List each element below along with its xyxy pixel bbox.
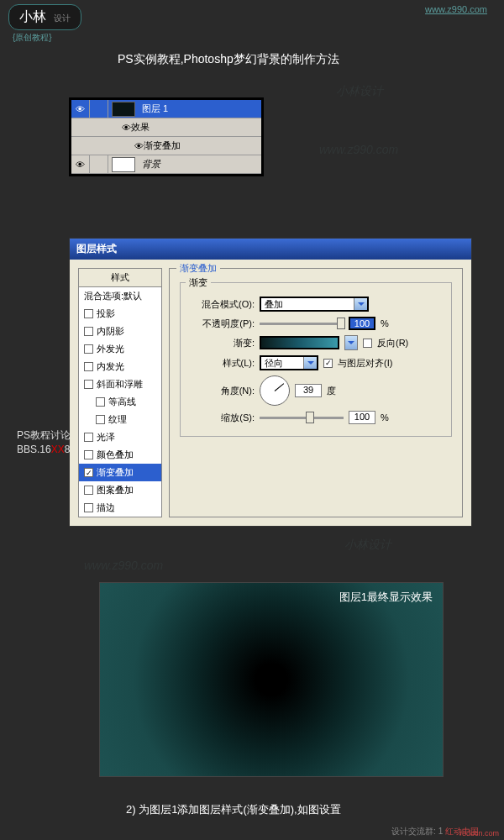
checkbox[interactable]: ✓: [84, 468, 93, 477]
align-checkbox[interactable]: ✓: [323, 359, 333, 368]
style-label: 描边: [97, 501, 115, 514]
reverse-checkbox[interactable]: [363, 339, 372, 348]
settings-panel: 渐变叠加 渐变 混合模式(O): 叠加 不透明度(P): 100 %: [169, 268, 463, 517]
angle-dial[interactable]: [260, 375, 290, 406]
gradient-label: 渐变:: [187, 337, 255, 349]
effects-label: 效果: [131, 121, 150, 134]
style-satin[interactable]: 光泽: [79, 428, 161, 446]
caption: 2) 为图层1添加图层样式(渐变叠加),如图设置: [126, 802, 341, 817]
style-inner-shadow[interactable]: 内阴影: [79, 323, 161, 340]
opacity-slider[interactable]: [260, 323, 344, 325]
style-label: 斜面和浮雕: [97, 378, 143, 391]
dialog-body: 样式 混合选项:默认 投影 内阴影 外发光 内发光 斜面和浮雕 等高线 纹理 光…: [70, 260, 471, 526]
align-label: 与图层对齐(I): [338, 357, 392, 370]
opacity-row: 不透明度(P): 100 %: [187, 317, 444, 330]
angle-row: 角度(N): 39 度: [187, 375, 444, 406]
style-label: 内阴影: [97, 325, 124, 338]
checkbox[interactable]: [84, 433, 93, 442]
style-label: 外发光: [97, 343, 124, 355]
style-combo[interactable]: 径向: [260, 355, 318, 370]
layer-row-layer1[interactable]: 👁 图层 1: [71, 100, 261, 118]
opacity-unit: %: [381, 318, 389, 328]
result-label: 图层1最终显示效果: [339, 590, 433, 605]
t: 8: [65, 444, 71, 455]
checkbox[interactable]: [84, 344, 93, 354]
blend-mode-combo[interactable]: 叠加: [260, 297, 369, 312]
layer-row-background[interactable]: 👁 背景: [71, 155, 261, 174]
t: BBS.16: [17, 444, 51, 455]
dialog-title: 图层样式: [70, 239, 471, 260]
combo-value: 叠加: [265, 298, 283, 311]
style-label: 渐变叠加: [97, 466, 134, 479]
checkbox[interactable]: [84, 327, 93, 336]
gradient-fieldset: 渐变 混合模式(O): 叠加 不透明度(P): 100 %: [180, 282, 452, 437]
logo-sub1: 设计: [54, 13, 71, 23]
logo-text: 小林: [19, 9, 46, 24]
section-title: 渐变叠加: [176, 262, 220, 275]
layer-style-dialog: 图层样式 样式 混合选项:默认 投影 内阴影 外发光 内发光 斜面和浮雕 等高线…: [69, 238, 472, 527]
layer-label: 背景: [139, 158, 160, 171]
style-color-overlay[interactable]: 颜色叠加: [79, 446, 161, 464]
slider-thumb[interactable]: [337, 318, 345, 329]
style-row: 样式(L): 径向 ✓ 与图层对齐(I): [187, 355, 444, 370]
checkbox[interactable]: [96, 397, 105, 407]
visibility-icon[interactable]: 👁: [71, 100, 90, 118]
style-label-text: 样式(L):: [187, 357, 255, 370]
blend-mode-row: 混合模式(O): 叠加: [187, 297, 444, 312]
layer-thumbnail[interactable]: [112, 102, 135, 117]
style-label: 颜色叠加: [97, 449, 134, 461]
style-label: 混合选项:默认: [84, 290, 142, 302]
checkbox[interactable]: [84, 450, 93, 459]
gradient-dropdown[interactable]: [344, 335, 358, 350]
style-inner-glow[interactable]: 内发光: [79, 358, 161, 375]
style-bevel[interactable]: 斜面和浮雕: [79, 375, 161, 393]
chevron-down-icon: [303, 357, 317, 369]
fieldset-title: 渐变: [186, 276, 211, 289]
url-link[interactable]: www.z990.com: [425, 4, 487, 14]
checkbox[interactable]: [84, 309, 93, 318]
result-preview: 图层1最终显示效果: [99, 582, 444, 777]
angle-input[interactable]: 39: [295, 384, 322, 397]
watermark: 小林设计: [336, 84, 383, 99]
style-gradient-overlay[interactable]: ✓渐变叠加: [79, 464, 161, 481]
effects-icon: 👁: [122, 123, 131, 133]
watermark: www.z990.com: [319, 143, 398, 156]
style-pattern-overlay[interactable]: 图案叠加: [79, 481, 161, 499]
checkbox[interactable]: [84, 380, 93, 389]
scale-input[interactable]: 100: [349, 411, 375, 424]
effect-icon: 👁: [134, 141, 144, 151]
slider-thumb[interactable]: [306, 412, 314, 423]
style-drop-shadow[interactable]: 投影: [79, 305, 161, 323]
layer-row-effects[interactable]: 👁 效果: [71, 118, 261, 137]
scale-unit: %: [381, 412, 389, 423]
angle-label: 角度(N):: [187, 385, 255, 397]
logo-main: 小林 设计: [8, 4, 81, 30]
checkbox[interactable]: [96, 415, 105, 424]
styles-header: 样式: [79, 269, 161, 287]
link-col[interactable]: [90, 155, 108, 173]
style-contour[interactable]: 等高线: [79, 393, 161, 411]
scale-slider[interactable]: [260, 417, 344, 419]
checkbox[interactable]: [84, 503, 93, 512]
opacity-label: 不透明度(P):: [187, 318, 255, 330]
checkbox[interactable]: [84, 486, 93, 495]
visibility-icon[interactable]: 👁: [71, 155, 90, 173]
layer-row-gradient-effect[interactable]: 👁 渐变叠加: [71, 137, 261, 155]
angle-unit: 度: [327, 385, 336, 397]
style-outer-glow[interactable]: 外发光: [79, 340, 161, 358]
logo-sub2: {原创教程}: [13, 32, 81, 44]
footer-logo: redocn.com: [459, 829, 499, 837]
reverse-label: 反向(R): [377, 337, 408, 349]
logo-area: 小林 设计 {原创教程}: [8, 4, 81, 44]
gradient-preview[interactable]: [260, 336, 339, 349]
t: XX: [51, 444, 65, 455]
style-blend-default[interactable]: 混合选项:默认: [79, 287, 161, 305]
opacity-input[interactable]: 100: [349, 317, 375, 330]
layer-label: 图层 1: [139, 102, 168, 115]
style-texture[interactable]: 纹理: [79, 411, 161, 428]
watermark: 小林设计: [344, 538, 391, 553]
style-stroke[interactable]: 描边: [79, 499, 161, 517]
link-col[interactable]: [90, 100, 108, 118]
checkbox[interactable]: [84, 362, 93, 371]
layer-thumbnail[interactable]: [112, 157, 135, 172]
